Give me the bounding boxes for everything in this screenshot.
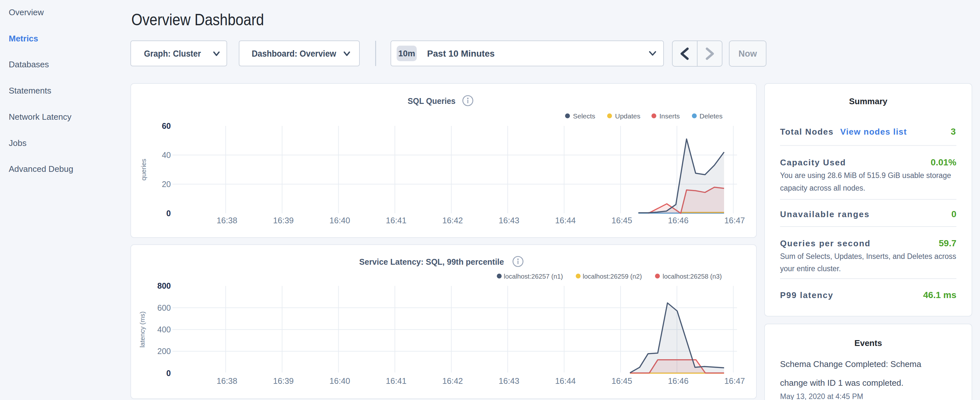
svg-text:Advanced Debug: Advanced Debug	[9, 164, 73, 174]
svg-text:16:47: 16:47	[724, 376, 745, 386]
svg-text:latency (ms): latency (ms)	[138, 311, 146, 347]
svg-text:16:41: 16:41	[386, 376, 407, 386]
svg-text:Capacity Used: Capacity Used	[780, 158, 845, 167]
svg-text:localhost:26257 (n1): localhost:26257 (n1)	[504, 273, 563, 280]
svg-text:0.01%: 0.01%	[931, 157, 956, 167]
svg-text:60: 60	[162, 121, 171, 131]
svg-text:Unavailable ranges: Unavailable ranges	[780, 209, 869, 219]
svg-text:Metrics: Metrics	[9, 33, 38, 43]
svg-text:your entire cluster.: your entire cluster.	[780, 265, 841, 273]
svg-text:600: 600	[157, 303, 171, 312]
svg-text:800: 800	[157, 281, 171, 290]
svg-text:Statements: Statements	[9, 86, 51, 96]
svg-text:Service Latency: SQL, 99th per: Service Latency: SQL, 99th percentile	[359, 257, 504, 266]
svg-text:0: 0	[951, 209, 956, 219]
svg-text:P99 latency: P99 latency	[780, 290, 833, 300]
svg-text:16:47: 16:47	[724, 216, 745, 225]
svg-text:46.1 ms: 46.1 ms	[923, 290, 956, 300]
svg-text:localhost:26258 (n3): localhost:26258 (n3)	[663, 273, 722, 280]
svg-text:Total Nodes: Total Nodes	[780, 127, 833, 137]
svg-text:Summary: Summary	[849, 96, 888, 106]
svg-text:change with ID 1 was completed: change with ID 1 was completed.	[780, 378, 904, 388]
svg-text:3: 3	[951, 126, 956, 137]
svg-text:Graph: Cluster: Graph: Cluster	[144, 49, 201, 59]
svg-text:16:39: 16:39	[273, 216, 294, 225]
svg-text:Overview: Overview	[9, 8, 44, 17]
svg-text:40: 40	[162, 150, 171, 159]
svg-text:16:44: 16:44	[555, 216, 576, 225]
svg-text:Dashboard: Overview: Dashboard: Overview	[252, 49, 336, 59]
svg-text:capacity across all nodes.: capacity across all nodes.	[780, 184, 865, 192]
svg-text:Schema Change Completed: Schem: Schema Change Completed: Schema	[780, 359, 921, 369]
svg-text:Sum of Selects, Updates, Inser: Sum of Selects, Updates, Inserts, and De…	[780, 252, 956, 261]
svg-text:20: 20	[162, 180, 171, 189]
svg-text:Inserts: Inserts	[659, 112, 680, 120]
svg-text:16:45: 16:45	[611, 216, 632, 225]
svg-text:View nodes list: View nodes list	[840, 127, 907, 137]
svg-text:16:38: 16:38	[217, 376, 237, 386]
svg-text:16:42: 16:42	[442, 376, 463, 386]
svg-text:0: 0	[166, 209, 171, 218]
svg-text:You are using 28.6 MiB of 515.: You are using 28.6 MiB of 515.9 GiB usab…	[780, 171, 951, 180]
svg-text:10m: 10m	[398, 49, 415, 58]
svg-text:Now: Now	[739, 49, 757, 59]
svg-text:16:42: 16:42	[442, 216, 463, 225]
svg-text:May 13, 2020 at 4:45 PM: May 13, 2020 at 4:45 PM	[780, 392, 863, 400]
svg-text:16:46: 16:46	[668, 376, 689, 386]
svg-text:16:40: 16:40	[329, 216, 350, 225]
svg-text:localhost:26259 (n2): localhost:26259 (n2)	[583, 273, 642, 280]
svg-text:59.7: 59.7	[939, 238, 957, 248]
svg-text:SQL Queries: SQL Queries	[408, 96, 455, 105]
svg-text:0: 0	[166, 369, 171, 378]
svg-text:16:38: 16:38	[217, 216, 237, 225]
svg-text:Updates: Updates	[615, 112, 640, 120]
svg-text:16:40: 16:40	[329, 376, 350, 386]
svg-text:16:41: 16:41	[386, 216, 407, 225]
svg-text:16:46: 16:46	[668, 216, 689, 225]
svg-text:Network Latency: Network Latency	[9, 112, 72, 122]
svg-text:16:45: 16:45	[611, 376, 632, 386]
svg-text:Jobs: Jobs	[9, 138, 27, 148]
svg-text:Events: Events	[854, 338, 882, 348]
svg-text:queries: queries	[140, 159, 147, 180]
svg-text:16:43: 16:43	[499, 216, 519, 225]
svg-text:16:39: 16:39	[273, 376, 294, 386]
svg-text:Queries per second: Queries per second	[780, 239, 870, 248]
svg-text:16:44: 16:44	[555, 376, 576, 386]
svg-text:Deletes: Deletes	[700, 112, 722, 120]
svg-text:200: 200	[157, 347, 171, 356]
svg-text:400: 400	[157, 325, 171, 334]
svg-text:Databases: Databases	[9, 59, 49, 69]
svg-text:Overview Dashboard: Overview Dashboard	[131, 11, 264, 29]
svg-text:Past 10 Minutes: Past 10 Minutes	[427, 49, 495, 59]
svg-text:16:43: 16:43	[499, 376, 519, 386]
svg-text:Selects: Selects	[573, 112, 595, 120]
